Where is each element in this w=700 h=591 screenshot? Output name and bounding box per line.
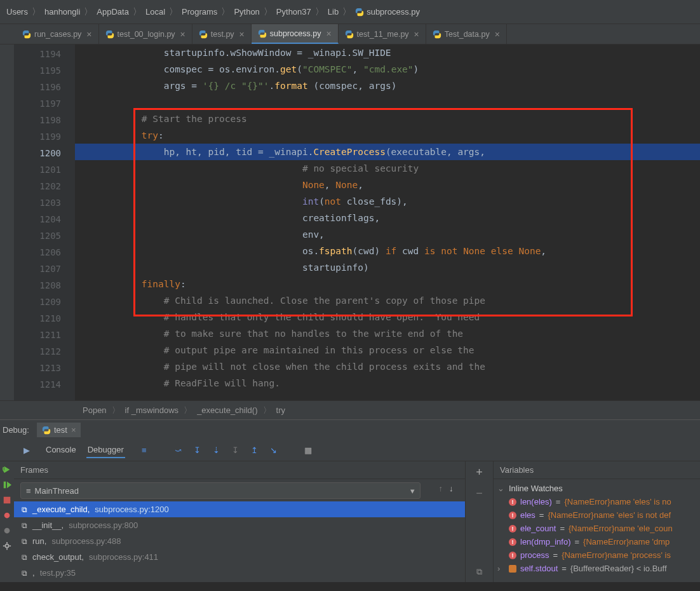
close-icon[interactable]: × <box>239 29 245 39</box>
debug-session-tab[interactable]: test × <box>37 423 81 437</box>
stack-frame[interactable]: ⧉__init__, subprocess.py:800 <box>14 517 465 533</box>
copy-icon[interactable]: ⧉ <box>476 567 482 577</box>
close-icon[interactable]: × <box>495 29 500 39</box>
code-line[interactable]: # Start the process <box>75 111 700 127</box>
mute-breakpoints-icon[interactable] <box>3 526 11 535</box>
code-editor[interactable]: 1194119511961197119811991200120112021203… <box>0 44 700 400</box>
code-area[interactable]: startupinfo.wShowWindow = _winapi.SW_HID… <box>75 44 700 400</box>
view-breakpoints-icon[interactable] <box>3 511 11 520</box>
close-icon[interactable]: × <box>326 29 331 39</box>
close-icon[interactable]: × <box>180 29 185 39</box>
line-number[interactable]: 1203 <box>14 194 75 211</box>
line-number[interactable]: 1207 <box>14 261 75 277</box>
watch-row[interactable]: !len(eles) = {NameError}name 'eles' is n… <box>494 495 700 508</box>
code-line[interactable]: args = '{} /c "{}"'.format (comspec, arg… <box>75 78 700 94</box>
breadcrumb-segment[interactable]: hanhongli <box>44 7 80 17</box>
debugger-tab[interactable]: Debugger <box>86 442 125 458</box>
add-watch-icon[interactable]: + <box>476 466 483 479</box>
code-line[interactable]: creationflags, <box>75 210 700 226</box>
code-crumb-segment[interactable]: if _mswindows <box>125 405 179 415</box>
editor-tab[interactable]: Test_data.py× <box>426 24 507 44</box>
line-number[interactable]: 1204 <box>14 211 75 228</box>
line-number[interactable]: 1206 <box>14 244 75 261</box>
editor-tab[interactable]: test_00_login.py× <box>99 24 192 44</box>
line-number[interactable]: 1202 <box>14 178 75 194</box>
console-run-icon[interactable]: ▶ <box>22 445 32 456</box>
stack-frame[interactable]: ⧉, test.py:35 <box>14 565 465 581</box>
rerun-icon[interactable] <box>3 465 11 474</box>
line-number[interactable]: 1199 <box>14 128 75 145</box>
code-line[interactable]: comspec = os.environ.get("COMSPEC", "cmd… <box>75 61 700 78</box>
stop-icon[interactable] <box>3 496 11 505</box>
inline-watches-group[interactable]: ⌄ Inline Watches <box>494 482 700 495</box>
code-line[interactable] <box>75 94 700 111</box>
code-line[interactable]: env, <box>75 226 700 243</box>
breadcrumb-segment[interactable]: Programs <box>182 7 217 17</box>
stack-frame[interactable]: ⧉run, subprocess.py:488 <box>14 533 465 549</box>
editor-tab[interactable]: run_cases.py× <box>16 24 99 44</box>
editor-tab[interactable]: subprocess.py× <box>252 24 339 44</box>
line-number[interactable]: 1194 <box>14 46 75 62</box>
code-line[interactable]: os.fspath(cwd) if cwd is not None else N… <box>75 243 700 259</box>
breadcrumb-segment[interactable]: Local <box>145 7 165 17</box>
code-crumb-segment[interactable]: Popen <box>83 405 107 415</box>
stack-frame[interactable]: ⧉_execute_child, subprocess.py:1200 <box>14 501 465 517</box>
close-icon[interactable]: × <box>414 29 419 39</box>
force-step-icon[interactable]: ↧ <box>231 445 241 456</box>
line-number[interactable]: 1200 <box>14 145 75 161</box>
step-into-my-icon[interactable]: ⇣ <box>212 445 222 456</box>
console-tab[interactable]: Console <box>44 442 77 458</box>
step-over-icon[interactable]: ⤻ <box>173 445 184 456</box>
code-line[interactable]: startupinfo.wShowWindow = _winapi.SW_HID… <box>75 44 700 61</box>
code-line[interactable]: # pipe will not close when the child pro… <box>75 358 700 375</box>
breadcrumb-segment[interactable]: Users <box>6 7 28 17</box>
code-line[interactable]: # output pipe are maintained in this pro… <box>75 342 700 358</box>
line-number[interactable]: 1195 <box>14 62 75 79</box>
code-line[interactable]: int(not close_fds), <box>75 193 700 210</box>
code-line[interactable]: # ReadFile will hang. <box>75 375 700 391</box>
watch-row[interactable]: !eles = {NameError}name 'eles' is not de… <box>494 508 700 522</box>
step-filter-icon[interactable]: ≡ <box>139 445 149 456</box>
thread-selector[interactable]: ≡ MainThread <box>20 482 421 499</box>
code-crumb-segment[interactable]: _execute_child() <box>197 405 257 415</box>
code-line[interactable]: finally: <box>75 276 700 292</box>
chevron-down-icon[interactable]: ⌄ <box>497 484 505 493</box>
code-line[interactable]: hp, ht, pid, tid = _winapi.CreateProcess… <box>75 144 700 160</box>
code-crumb-segment[interactable]: try <box>276 405 285 415</box>
run-to-cursor-icon[interactable]: ↘ <box>269 445 279 456</box>
line-number[interactable]: 1211 <box>14 327 75 343</box>
line-number[interactable]: 1210 <box>14 310 75 327</box>
step-out-icon[interactable]: ↥ <box>250 445 260 456</box>
line-number[interactable]: 1196 <box>14 79 75 95</box>
line-number[interactable]: 1208 <box>14 277 75 294</box>
line-number[interactable]: 1214 <box>14 376 75 393</box>
settings-icon[interactable] <box>3 541 11 550</box>
line-number[interactable]: 1209 <box>14 294 75 310</box>
chevron-right-icon[interactable]: › <box>497 564 505 573</box>
watch-row[interactable]: !process = {NameError}name 'process' is <box>494 548 700 562</box>
line-number[interactable]: 1212 <box>14 343 75 360</box>
remove-watch-icon[interactable]: − <box>476 487 483 500</box>
code-line[interactable]: None, None, <box>75 177 700 193</box>
close-icon[interactable]: × <box>71 425 76 435</box>
breadcrumb-segment[interactable]: AppData <box>97 7 129 17</box>
breadcrumb-segment[interactable]: subprocess.py <box>355 7 420 17</box>
variables-list[interactable]: ⌄ Inline Watches !len(eles) = {NameError… <box>494 479 700 578</box>
line-number[interactable]: 1197 <box>14 95 75 112</box>
watch-row[interactable]: !ele_count = {NameError}name 'ele_coun <box>494 522 700 535</box>
breadcrumb-segment[interactable]: Python <box>234 7 259 17</box>
frame-up-icon[interactable]: ↑ <box>439 484 443 493</box>
code-line[interactable]: # handles that only the child should hav… <box>75 309 700 325</box>
stack-frames-list[interactable]: ⧉_execute_child, subprocess.py:1200⧉__in… <box>14 501 465 581</box>
code-line[interactable]: # Child is launched. Close the parent's … <box>75 292 700 309</box>
step-into-icon[interactable]: ↧ <box>192 445 203 456</box>
line-number[interactable]: 1213 <box>14 360 75 376</box>
variable-row[interactable]: › self.stdout = {BufferedReader} < io.Bu… <box>494 562 700 575</box>
code-line[interactable]: try: <box>75 127 700 144</box>
code-line[interactable]: startupinfo) <box>75 259 700 276</box>
editor-tab[interactable]: test.py× <box>192 24 252 44</box>
line-number[interactable]: 1201 <box>14 161 75 178</box>
editor-tab[interactable]: test_11_me.py× <box>339 24 426 44</box>
breadcrumb-segment[interactable]: Python37 <box>276 7 311 17</box>
line-number[interactable]: 1205 <box>14 228 75 244</box>
